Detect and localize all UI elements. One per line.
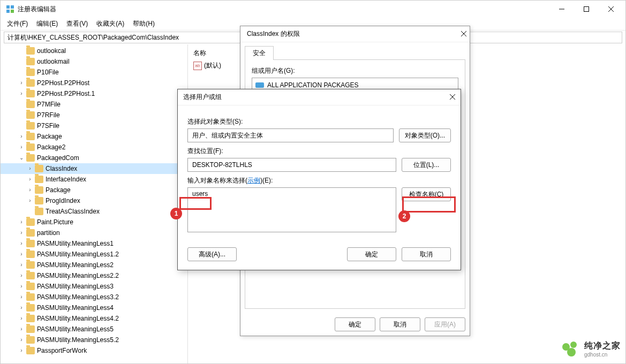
cancel-button[interactable]: 取消 — [380, 317, 420, 331]
chevron-right-icon[interactable]: › — [18, 302, 25, 313]
tree-item[interactable]: ›PASMUtility.MeaningLess2 — [1, 260, 187, 270]
tree-item[interactable]: ›Paint.Picture — [1, 217, 187, 228]
chevron-right-icon[interactable]: › — [18, 249, 25, 260]
tree-item[interactable]: outlookmail — [1, 56, 187, 67]
tree-item[interactable]: TreatAsClassIndex — [1, 206, 187, 217]
menu-favorites[interactable]: 收藏夹(A) — [92, 18, 129, 29]
tree-item-label: PackagedCom — [37, 153, 79, 163]
chevron-right-icon[interactable]: › — [18, 281, 25, 292]
chevron-right-icon[interactable]: › — [18, 238, 25, 249]
tree-item[interactable]: ›PASMUtility.MeaningLess4 — [1, 302, 187, 313]
svg-rect-10 — [255, 82, 264, 88]
chevron-right-icon[interactable]: › — [26, 195, 34, 206]
tree-item[interactable]: ›Package — [1, 185, 187, 195]
tree-item[interactable]: ›P2PHost.P2PHost.1 — [1, 88, 187, 99]
chevron-right-icon[interactable]: › — [18, 217, 25, 228]
tree-item-label: TreatAsClassIndex — [46, 206, 100, 217]
object-name-input[interactable]: users — [187, 187, 396, 232]
chevron-right-icon[interactable]: › — [18, 88, 25, 99]
tree-item-label: ClassIndex — [46, 163, 77, 174]
tree-item-label: outlookmail — [37, 56, 70, 67]
svg-point-14 — [570, 342, 577, 348]
tree-item-label: Package — [46, 185, 71, 195]
tree-item-label: PASMUtility.MeaningLess2 — [37, 260, 114, 270]
chevron-down-icon[interactable]: ⌄ — [18, 153, 25, 163]
tree-item[interactable]: P7RFile — [1, 110, 187, 120]
object-types-button[interactable]: 对象类型(O)... — [399, 128, 451, 142]
permissions-close-icon[interactable] — [461, 31, 466, 38]
ok-button[interactable]: 确定 — [335, 317, 375, 331]
tree-item-label: PASMUtility.MeaningLess3 — [37, 281, 114, 292]
menu-file[interactable]: 文件(F) — [3, 18, 32, 29]
group-icon — [255, 81, 264, 89]
ok-button[interactable]: 确定 — [347, 247, 396, 261]
menu-help[interactable]: 帮助(H) — [129, 18, 159, 29]
tree-item[interactable]: ›PASMUtility.MeaningLess1 — [1, 238, 187, 249]
tree-item[interactable]: ›partition — [1, 228, 187, 238]
folder-icon — [26, 58, 35, 65]
tree-item[interactable]: ⌄PackagedCom — [1, 153, 187, 163]
object-type-label: 选择此对象类型(S): — [187, 117, 451, 126]
tree-item[interactable]: ›InterfaceIndex — [1, 174, 187, 185]
tree-item[interactable]: ›Package — [1, 131, 187, 142]
tree-item[interactable]: P7MFile — [1, 99, 187, 110]
chevron-right-icon[interactable]: › — [18, 292, 25, 302]
examples-link[interactable]: 示例 — [247, 177, 260, 184]
tree-item[interactable]: ›PASMUtility.MeaningLess3.2 — [1, 292, 187, 302]
watermark-name: 纯净之家 — [584, 340, 621, 352]
tree-item[interactable]: outlookcal — [1, 46, 187, 56]
chevron-right-icon[interactable]: › — [18, 335, 25, 345]
chevron-right-icon[interactable]: › — [18, 131, 25, 142]
tree-item[interactable]: ›PASMUtility.MeaningLess1.2 — [1, 249, 187, 260]
chevron-right-icon[interactable]: › — [18, 345, 25, 356]
tree-item[interactable]: ›ProgIdIndex — [1, 195, 187, 206]
tree-panel[interactable]: outlookcaloutlookmailP10File›P2PHost.P2P… — [1, 44, 188, 363]
tree-item[interactable]: ›PassportForWork — [1, 345, 187, 356]
close-button[interactable] — [599, 1, 623, 18]
tree-item[interactable]: ›PASMUtility.MeaningLess3 — [1, 281, 187, 292]
folder-icon — [26, 240, 35, 247]
tree-item[interactable]: ›ClassIndex — [1, 163, 187, 174]
tree-item[interactable]: ›PASMUtility.MeaningLess2.2 — [1, 270, 187, 281]
chevron-right-icon[interactable]: › — [18, 313, 25, 324]
tree-item-label: Paint.Picture — [37, 217, 73, 228]
chevron-right-icon[interactable]: › — [26, 174, 34, 185]
chevron-right-icon[interactable]: › — [18, 142, 25, 153]
apply-button[interactable]: 应用(A) — [425, 317, 465, 331]
chevron-right-icon[interactable]: › — [26, 185, 34, 195]
tab-security[interactable]: 安全 — [245, 46, 274, 60]
locations-button[interactable]: 位置(L)... — [402, 158, 451, 172]
folder-icon — [26, 293, 35, 301]
chevron-right-icon[interactable]: › — [18, 78, 25, 88]
tree-item[interactable]: ›PASMUtility.MeaningLess4.2 — [1, 313, 187, 324]
menu-view[interactable]: 查看(V) — [62, 18, 92, 29]
advanced-button[interactable]: 高级(A)... — [187, 247, 237, 261]
folder-icon — [26, 154, 35, 162]
location-label: 查找位置(F): — [187, 147, 451, 156]
chevron-right-icon[interactable]: › — [18, 270, 25, 281]
folder-icon — [26, 315, 35, 322]
chevron-right-icon[interactable]: › — [18, 324, 25, 335]
folder-icon — [26, 133, 35, 140]
cancel-button[interactable]: 取消 — [402, 247, 451, 261]
tree-item[interactable]: ›PASMUtility.MeaningLess5 — [1, 324, 187, 335]
folder-icon — [26, 347, 35, 354]
minimize-button[interactable] — [549, 1, 574, 18]
list-item-label: ALL APPLICATION PACKAGES — [267, 81, 359, 89]
tree-item[interactable]: P10File — [1, 67, 187, 78]
tree-item[interactable]: P7SFile — [1, 120, 187, 131]
maximize-button[interactable] — [574, 1, 599, 18]
tree-item[interactable]: ›PASMUtility.MeaningLess5.2 — [1, 335, 187, 345]
value-name: (默认) — [204, 61, 221, 70]
svg-rect-1 — [11, 5, 14, 9]
select-body: 选择此对象类型(S): 用户、组或内置安全主体 对象类型(O)... 查找位置(… — [178, 105, 461, 270]
select-close-icon[interactable] — [450, 94, 455, 101]
chevron-right-icon[interactable]: › — [26, 163, 34, 174]
menu-edit[interactable]: 编辑(E) — [32, 18, 62, 29]
tree-item[interactable]: ›Package2 — [1, 142, 187, 153]
folder-icon — [35, 197, 43, 204]
chevron-right-icon[interactable]: › — [18, 228, 25, 238]
check-names-button[interactable]: 检查名称(C) — [402, 187, 451, 201]
tree-item[interactable]: ›P2PHost.P2PHost — [1, 78, 187, 88]
chevron-right-icon[interactable]: › — [18, 260, 25, 270]
